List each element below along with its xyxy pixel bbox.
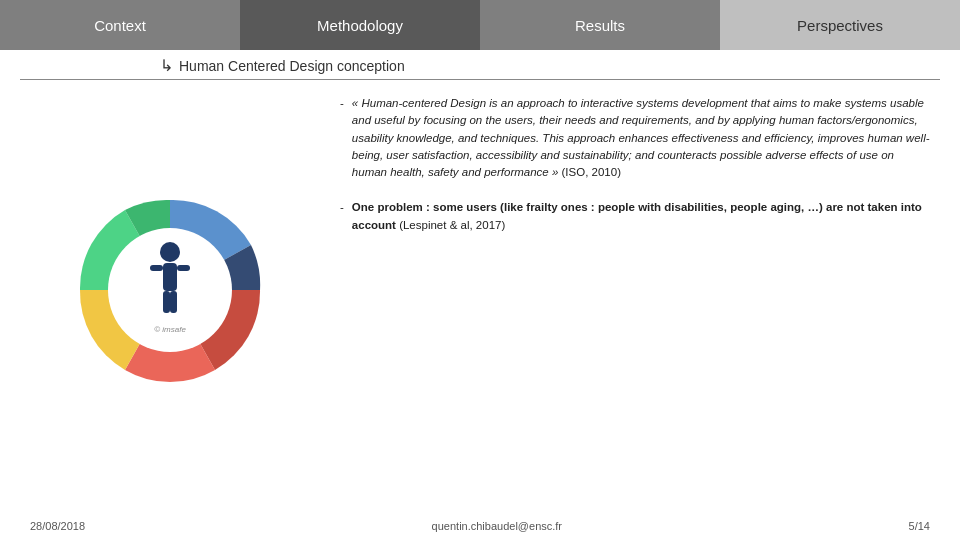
- footer-date: 28/08/2018: [30, 520, 85, 532]
- subtitle-text: Human Centered Design conception: [179, 58, 405, 74]
- nav-methodology[interactable]: Methodology: [240, 0, 480, 50]
- text-area: - « Human-centered Design is an approach…: [320, 95, 930, 484]
- svg-rect-2: [163, 263, 177, 291]
- bullet-dash-1: -: [340, 95, 344, 181]
- arrow-icon: ↳: [160, 56, 173, 75]
- diagram-area: © imsafe: [20, 95, 320, 484]
- svg-rect-3: [150, 265, 163, 271]
- hcd-diagram: © imsafe: [60, 180, 280, 400]
- nav-results[interactable]: Results: [480, 0, 720, 50]
- svg-text:© imsafe: © imsafe: [154, 325, 186, 334]
- nav-perspectives[interactable]: Perspectives: [720, 0, 960, 50]
- nav-bar: Context Methodology Results Perspectives: [0, 0, 960, 50]
- footer-page: 5/14: [909, 520, 930, 532]
- bullet-text-2: One problem : some users (like frailty o…: [352, 199, 930, 234]
- bullet-item-1: - « Human-centered Design is an approach…: [340, 95, 930, 181]
- subtitle-row: ↳ Human Centered Design conception: [0, 50, 960, 79]
- nav-context-label: Context: [94, 17, 146, 34]
- nav-context[interactable]: Context: [0, 0, 240, 50]
- bullet-text-1: « Human-centered Design is an approach t…: [352, 95, 930, 181]
- bullet-dash-2: -: [340, 199, 344, 234]
- svg-rect-4: [177, 265, 190, 271]
- footer: 28/08/2018 quentin.chibaudel@ensc.fr 5/1…: [0, 520, 960, 532]
- svg-rect-5: [163, 291, 170, 313]
- nav-methodology-label: Methodology: [317, 17, 403, 34]
- svg-point-1: [160, 242, 180, 262]
- footer-email: quentin.chibaudel@ensc.fr: [432, 520, 562, 532]
- svg-rect-6: [170, 291, 177, 313]
- nav-perspectives-label: Perspectives: [797, 17, 883, 34]
- main-content: © imsafe - « Human-centered Design is an…: [0, 80, 960, 494]
- bullet-item-2: - One problem : some users (like frailty…: [340, 199, 930, 234]
- nav-results-label: Results: [575, 17, 625, 34]
